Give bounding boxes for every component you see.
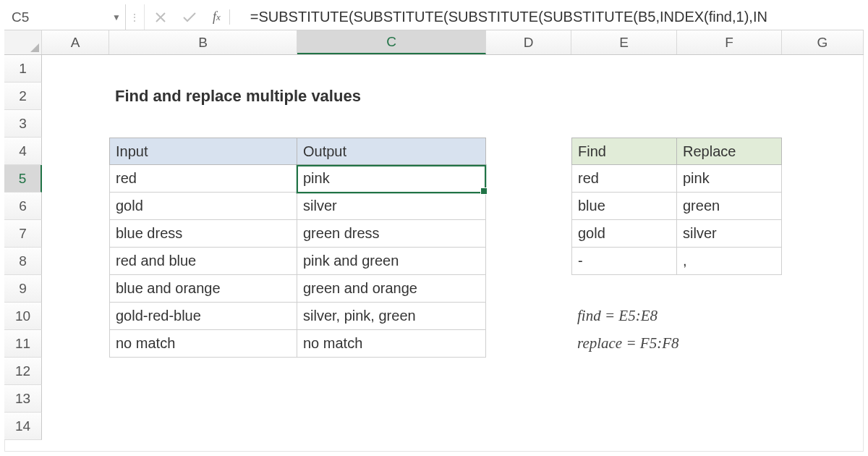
- row-header-9[interactable]: 9: [4, 275, 42, 303]
- cell-B10[interactable]: gold-red-blue: [109, 303, 297, 330]
- cell-B11[interactable]: no match: [109, 330, 297, 358]
- cell-F5[interactable]: pink: [677, 165, 782, 193]
- row-header-10[interactable]: 10: [4, 303, 42, 330]
- cell-F7[interactable]: silver: [677, 220, 782, 248]
- row-header-14[interactable]: 14: [4, 413, 42, 440]
- formula-bar: C5 ▼ ⋮ fx =SUBSTITUTE(SUBSTITUTE(SUBSTIT…: [4, 4, 864, 30]
- formula-bar-actions: fx: [145, 4, 240, 30]
- fx-icon[interactable]: fx: [213, 9, 230, 25]
- row-header-5[interactable]: 5: [4, 165, 42, 193]
- cell-F8[interactable]: ,: [677, 248, 782, 275]
- spreadsheet-grid[interactable]: A B C D E F G 1 2 Find and replace multi…: [4, 30, 864, 440]
- col-header-A[interactable]: A: [42, 30, 109, 54]
- page-title: Find and replace multiple values: [109, 83, 571, 110]
- cell-B5[interactable]: red: [109, 165, 297, 193]
- cell-B7[interactable]: blue dress: [109, 220, 297, 248]
- column-headers: A B C D E F G: [4, 30, 864, 55]
- cell-C9[interactable]: green and orange: [297, 275, 486, 303]
- cell-C6[interactable]: silver: [297, 193, 486, 220]
- cell-E5[interactable]: red: [571, 165, 677, 193]
- col-header-B[interactable]: B: [109, 30, 297, 54]
- row-header-13[interactable]: 13: [4, 385, 42, 413]
- cell-B9[interactable]: blue and orange: [109, 275, 297, 303]
- col-header-E[interactable]: E: [571, 30, 677, 54]
- check-icon[interactable]: [182, 12, 197, 23]
- row-header-8[interactable]: 8: [4, 248, 42, 275]
- row-header-12[interactable]: 12: [4, 358, 42, 385]
- row-header-3[interactable]: 3: [4, 110, 42, 138]
- row-header-4[interactable]: 4: [4, 138, 42, 165]
- formula-text: =SUBSTITUTE(SUBSTITUTE(SUBSTITUTE(SUBSTI…: [250, 9, 767, 25]
- select-all-corner[interactable]: [4, 30, 42, 54]
- header-find[interactable]: Find: [571, 138, 677, 165]
- cell-B8[interactable]: red and blue: [109, 248, 297, 275]
- col-header-F[interactable]: F: [677, 30, 782, 54]
- row-header-6[interactable]: 6: [4, 193, 42, 220]
- col-header-G[interactable]: G: [782, 30, 864, 54]
- cell-E7[interactable]: gold: [571, 220, 677, 248]
- col-header-C[interactable]: C: [297, 30, 486, 54]
- cell-C11[interactable]: no match: [297, 330, 486, 358]
- name-box[interactable]: C5 ▼: [4, 4, 126, 30]
- header-input[interactable]: Input: [109, 138, 297, 165]
- cell-C5[interactable]: pink: [297, 165, 486, 193]
- cell-C7[interactable]: green dress: [297, 220, 486, 248]
- note-find: find = E5:E8: [571, 303, 782, 330]
- cell-F6[interactable]: green: [677, 193, 782, 220]
- separator: ⋮: [126, 4, 145, 30]
- formula-input[interactable]: =SUBSTITUTE(SUBSTITUTE(SUBSTITUTE(SUBSTI…: [240, 4, 864, 30]
- name-box-value: C5: [12, 9, 29, 25]
- row-header-11[interactable]: 11: [4, 330, 42, 358]
- row-header-2[interactable]: 2: [4, 83, 42, 110]
- chevron-down-icon[interactable]: ▼: [112, 12, 121, 22]
- cell-C8[interactable]: pink and green: [297, 248, 486, 275]
- header-replace[interactable]: Replace: [677, 138, 782, 165]
- row-header-7[interactable]: 7: [4, 220, 42, 248]
- cell-E6[interactable]: blue: [571, 193, 677, 220]
- cell-B6[interactable]: gold: [109, 193, 297, 220]
- grid-rows: 1 2 Find and replace multiple values 3 4…: [4, 55, 864, 440]
- cancel-icon[interactable]: [155, 12, 166, 23]
- row-header-1[interactable]: 1: [4, 55, 42, 83]
- note-replace: replace = F5:F8: [571, 330, 782, 358]
- col-header-D[interactable]: D: [486, 30, 571, 54]
- header-output[interactable]: Output: [297, 138, 486, 165]
- cell-E8[interactable]: -: [571, 248, 677, 275]
- cell-C10[interactable]: silver, pink, green: [297, 303, 486, 330]
